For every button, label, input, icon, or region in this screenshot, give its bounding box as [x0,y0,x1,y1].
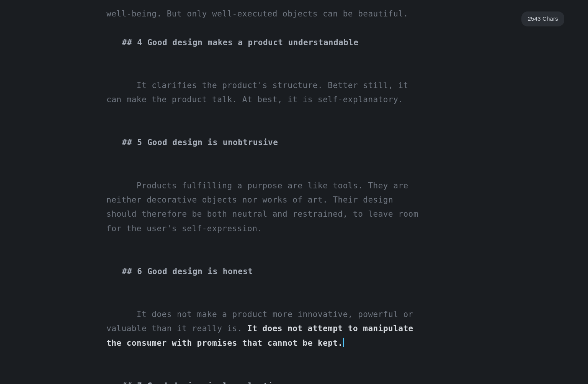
section-4: ## 4 Good design makes a product underst… [92,21,425,121]
heading-4: ## 4 Good design makes a product underst… [92,21,425,64]
body-4: It clarifies the product's structure. Be… [92,64,425,122]
partial-body-top: well-being. But only well-executed objec… [92,7,425,21]
heading-6: ## 6 Good design is honest [92,250,425,293]
character-counter-badge: 2543 Chars [521,11,564,26]
text-cursor [343,338,344,347]
section-6: ## 6 Good design is honest It does not m… [92,250,425,364]
heading-7: ## 7 Good design is long-lasting [92,364,425,384]
body-5: Products fulfilling a purpose are like t… [92,164,425,250]
section-7: ## 7 Good design is long-lasting It avoi… [92,364,425,384]
markdown-editor[interactable]: well-being. But only well-executed objec… [92,0,425,384]
section-5: ## 5 Good design is unobtrusive Products… [92,121,425,250]
heading-5: ## 5 Good design is unobtrusive [92,121,425,164]
body-6: It does not make a product more innovati… [92,293,425,365]
